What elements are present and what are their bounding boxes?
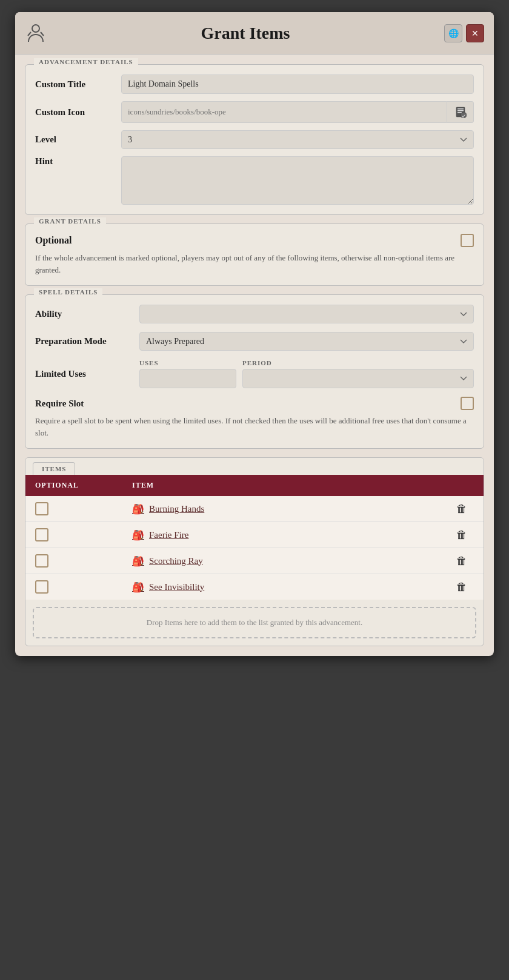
item-icon-3: 🎒 — [132, 581, 144, 593]
table-row: 🎒 Faerie Fire 🗑 — [25, 522, 484, 548]
table-row: 🎒 Scorching Ray 🗑 — [25, 548, 484, 574]
item-icon-2: 🎒 — [132, 555, 144, 567]
custom-title-label: Custom Title — [35, 79, 114, 90]
delete-item-3[interactable]: 🗑 — [450, 581, 474, 594]
limited-uses-row: Limited Uses USES PERIOD Day Rest — [35, 359, 474, 388]
level-label: Level — [35, 134, 114, 145]
uses-header: USES — [139, 359, 236, 366]
grant-items-window: Grant Items 🌐 ✕ ADVANCEMENT DETAILS Cust… — [15, 12, 494, 656]
window-title: Grant Items — [47, 24, 444, 43]
globe-button[interactable]: 🌐 — [444, 24, 462, 42]
item-icon-0: 🎒 — [132, 503, 144, 515]
svg-rect-4 — [457, 108, 464, 110]
items-tab[interactable]: ITEMS — [33, 462, 75, 475]
svg-line-1 — [28, 32, 31, 36]
hint-row: Hint — [35, 156, 474, 205]
header-left — [25, 22, 47, 44]
optional-row: Optional — [35, 234, 474, 247]
item-optional-checkbox-0[interactable] — [35, 502, 48, 515]
limited-uses-inputs: Day Rest — [139, 369, 474, 388]
advancement-details-title: ADVANCEMENT DETAILS — [34, 58, 138, 65]
items-table-header: OPTIONAL ITEM — [25, 475, 484, 496]
spell-details-title: SPELL DETAILS — [34, 288, 102, 296]
hint-label: Hint — [35, 156, 114, 167]
item-name-1[interactable]: 🎒 Faerie Fire — [132, 529, 450, 541]
custom-icon-input[interactable] — [121, 101, 447, 123]
drop-zone[interactable]: Drop Items here to add them to the list … — [33, 607, 476, 638]
table-row: 🎒 See Invisibility 🗑 — [25, 574, 484, 600]
item-optional-checkbox-1[interactable] — [35, 528, 48, 541]
advancement-details-section: ADVANCEMENT DETAILS Custom Title Custom … — [25, 64, 484, 215]
header-buttons: 🌐 ✕ — [444, 24, 484, 42]
uses-input[interactable] — [139, 369, 236, 388]
period-header: PERIOD — [242, 359, 272, 366]
item-name-3[interactable]: 🎒 See Invisibility — [132, 581, 450, 593]
preparation-mode-row: Preparation Mode Always Prepared Prepare… — [35, 332, 474, 351]
grant-details-title: GRANT DETAILS — [34, 217, 106, 225]
hint-textarea[interactable] — [121, 156, 474, 205]
require-slot-row: Require Slot — [35, 397, 474, 410]
icon-browse-button[interactable]: ↙ — [447, 101, 474, 123]
svg-point-0 — [32, 25, 39, 32]
grant-details-section: GRANT DETAILS Optional If the whole adva… — [25, 223, 484, 286]
preparation-mode-select[interactable]: Always Prepared Prepared Innate Ritual — [139, 332, 474, 351]
person-icon — [25, 22, 47, 44]
items-list: 🎒 Burning Hands 🗑 🎒 Faerie Fire 🗑 — [25, 496, 484, 600]
delete-item-1[interactable]: 🗑 — [450, 529, 474, 541]
custom-title-row: Custom Title — [35, 74, 474, 94]
item-name-2[interactable]: 🎒 Scorching Ray — [132, 555, 450, 567]
optional-description: If the whole advancement is marked optio… — [35, 252, 474, 276]
item-optional-checkbox-2[interactable] — [35, 554, 48, 568]
book-icon: ↙ — [454, 106, 467, 118]
require-slot-description: Require a spell slot to be spent when us… — [35, 415, 474, 439]
ability-label: Ability — [35, 309, 132, 319]
col-optional-header: OPTIONAL — [35, 481, 132, 490]
limited-uses-group: USES PERIOD Day Rest — [139, 359, 474, 388]
window-header: Grant Items 🌐 ✕ — [15, 12, 494, 55]
table-row: 🎒 Burning Hands 🗑 — [25, 496, 484, 522]
optional-label: Optional — [35, 235, 72, 246]
optional-checkbox[interactable] — [461, 234, 474, 247]
custom-icon-input-group: ↙ — [121, 101, 474, 123]
delete-item-2[interactable]: 🗑 — [450, 555, 474, 568]
ability-row: Ability — [35, 305, 474, 323]
close-button[interactable]: ✕ — [466, 24, 484, 42]
delete-item-0[interactable]: 🗑 — [450, 503, 474, 515]
limited-uses-headers: USES PERIOD — [139, 359, 474, 366]
require-slot-checkbox[interactable] — [461, 397, 474, 410]
period-select[interactable]: Day Rest — [242, 369, 474, 388]
item-optional-checkbox-3[interactable] — [35, 580, 48, 594]
item-name-0[interactable]: 🎒 Burning Hands — [132, 503, 450, 515]
limited-uses-label: Limited Uses — [35, 369, 132, 379]
level-row: Level 3 1 2 4 5 — [35, 130, 474, 149]
item-icon-1: 🎒 — [132, 529, 144, 541]
ability-select[interactable] — [139, 305, 474, 323]
custom-icon-label: Custom Icon — [35, 107, 114, 118]
custom-icon-row: Custom Icon ↙ — [35, 101, 474, 123]
custom-title-input[interactable] — [121, 74, 474, 94]
window-content: ADVANCEMENT DETAILS Custom Title Custom … — [15, 55, 494, 656]
require-slot-section: Require Slot Require a spell slot to be … — [35, 397, 474, 439]
svg-text:↙: ↙ — [461, 113, 465, 119]
svg-rect-5 — [457, 110, 464, 111]
require-slot-label: Require Slot — [35, 399, 132, 409]
preparation-mode-label: Preparation Mode — [35, 336, 132, 346]
spell-details-section: SPELL DETAILS Ability Preparation Mode A… — [25, 294, 484, 449]
level-select[interactable]: 3 1 2 4 5 — [121, 130, 474, 149]
col-item-header: ITEM — [132, 481, 474, 490]
svg-line-2 — [41, 32, 44, 36]
items-section: ITEMS OPTIONAL ITEM 🎒 Burning Hands 🗑 — [25, 457, 484, 646]
